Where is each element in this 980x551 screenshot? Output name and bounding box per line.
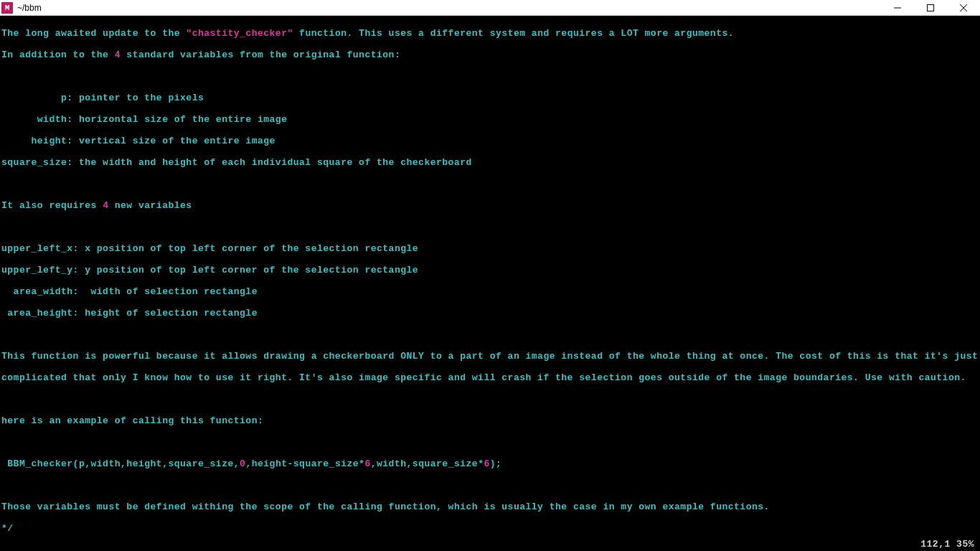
- code-line: square_size: the width and height of eac…: [1, 157, 980, 168]
- code-line: area_width: width of selection rectangle: [1, 286, 980, 297]
- svg-rect-1: [928, 4, 934, 11]
- app-icon: M: [1, 2, 13, 14]
- code-line: area_height: height of selection rectang…: [1, 308, 980, 319]
- vim-status-line: 112,1 35%: [920, 539, 974, 550]
- code-line: p: pointer to the pixels: [1, 93, 980, 103]
- code-line: BBM_checker(p,width,height,square_size,0…: [1, 458, 980, 469]
- code-line: This function is powerful because it all…: [1, 351, 980, 362]
- close-button[interactable]: [947, 0, 980, 15]
- minimize-button[interactable]: [881, 0, 914, 15]
- code-line: upper_left_x: x position of top left cor…: [1, 243, 980, 254]
- code-line: In addition to the 4 standard variables …: [1, 50, 980, 60]
- terminal-content[interactable]: The long awaited update to the "chastity…: [0, 16, 980, 551]
- code-line: The long awaited update to the "chastity…: [1, 28, 980, 39]
- scroll-percent: 35%: [956, 539, 974, 550]
- code-line: upper_left_y: y position of top left cor…: [1, 265, 980, 276]
- window-controls: [881, 0, 980, 15]
- cursor-position: 112,1: [920, 539, 951, 550]
- window-titlebar: M ~/bbm: [0, 0, 980, 16]
- code-line: */: [1, 523, 980, 534]
- code-line: Those variables must be defined withing …: [1, 501, 980, 512]
- code-line: complicated that only I know how to use …: [1, 372, 980, 383]
- code-line: It also requires 4 new variables: [1, 200, 980, 211]
- window-title: ~/bbm: [17, 3, 881, 13]
- code-line: width: horizontal size of the entire ima…: [1, 114, 980, 125]
- maximize-button[interactable]: [914, 0, 947, 15]
- code-line: height: vertical size of the entire imag…: [1, 136, 980, 146]
- code-line: here is an example of calling this funct…: [1, 415, 980, 426]
